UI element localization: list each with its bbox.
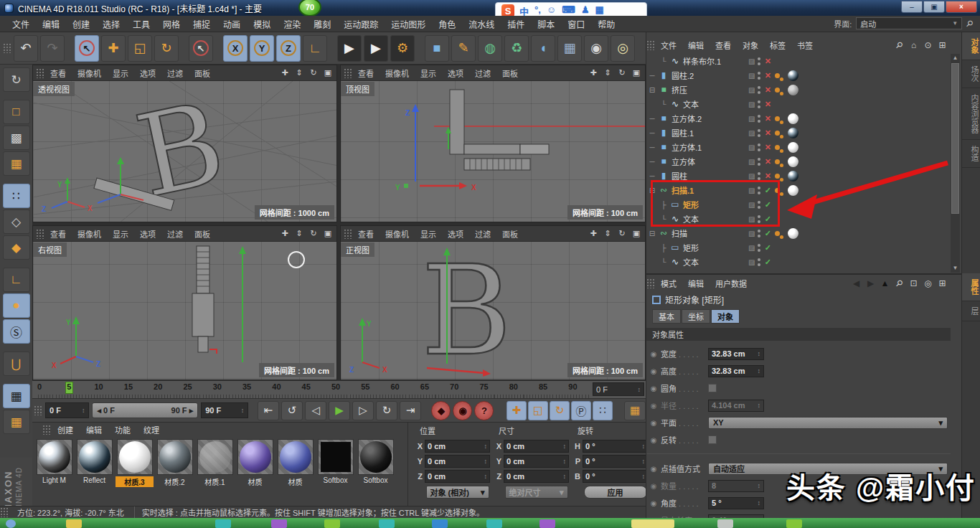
visibility-dots-icon[interactable] [758, 258, 760, 261]
texture-tag-icon[interactable] [775, 159, 780, 164]
transport-grip[interactable] [34, 405, 42, 415]
attr-menu-2[interactable]: 用户数据 [710, 278, 753, 289]
material-Softbox[interactable]: Softbox [316, 439, 354, 487]
taskbar-item-5[interactable] [379, 519, 395, 528]
axis-mode-button[interactable]: ∟ [3, 268, 30, 292]
attr-menu-1[interactable]: 编辑 [682, 278, 710, 289]
timeline-ruler[interactable]: 051015202530354045505560657075808590 0 F… [32, 380, 646, 398]
layer-icon[interactable]: ▨ [748, 215, 755, 223]
visibility-dots-icon[interactable] [758, 100, 760, 103]
main-menu-10[interactable]: 雕刻 [307, 18, 337, 30]
make-editable-button[interactable]: ↻ [3, 67, 30, 92]
new-panel-icon[interactable]: ⊞ [936, 278, 948, 290]
key-rotation-toggle[interactable]: ↻ [550, 401, 570, 420]
object-row-挤压[interactable]: ⊟■挤压▨✕ [646, 82, 951, 97]
layer-icon[interactable]: ▨ [748, 230, 755, 237]
scroll-down-icon[interactable]: ▼ [951, 264, 960, 273]
main-menu-11[interactable]: 运动跟踪 [337, 18, 385, 30]
material-menu-1[interactable]: 编辑 [80, 424, 108, 435]
vp3-menu-2[interactable]: 显示 [107, 228, 134, 240]
stepper-icon[interactable]: ↕ [563, 443, 567, 450]
visibility-dots-icon[interactable] [758, 187, 760, 189]
restore-button[interactable]: ▣ [923, 1, 945, 13]
add-primitive-button[interactable]: ■ [425, 35, 449, 62]
animation-dot-icon[interactable]: ◉ [646, 482, 661, 490]
panel-tab-内容浏览器[interactable]: 内容浏览器 [962, 88, 980, 140]
object-row-矩形[interactable]: ├▭矩形▨✓ [646, 197, 951, 212]
play-button[interactable]: ▶ [329, 401, 350, 420]
attr-checkbox-反转[interactable] [708, 435, 717, 444]
material-name[interactable]: 材质.3 [116, 476, 154, 487]
key-parameter-toggle[interactable]: Ⓟ [571, 401, 591, 420]
enabled-check-icon[interactable]: ✓ [763, 186, 772, 195]
record-keyframe-button[interactable]: ◆ [431, 401, 451, 420]
texture-tag-icon[interactable] [775, 174, 780, 179]
material-menu-3[interactable]: 纹理 [137, 424, 166, 435]
om-menu-2[interactable]: 查看 [710, 39, 737, 51]
start-frame-field[interactable]: 0 F ↕ [45, 402, 89, 418]
material-name[interactable]: 材质.1 [196, 476, 234, 487]
add-spline-button[interactable]: ✎ [451, 35, 476, 62]
maximize-view-icon[interactable]: ▣ [321, 67, 334, 80]
om-menu-1[interactable]: 编辑 [682, 39, 710, 51]
goto-end-button[interactable]: ⇥ [400, 401, 421, 420]
material-tag-icon[interactable] [788, 156, 798, 167]
animation-dot-icon[interactable]: ◉ [646, 367, 661, 375]
layer-icon[interactable]: ▨ [748, 187, 755, 194]
forward-icon[interactable]: ▶ [864, 278, 877, 290]
material-thumbnail[interactable] [278, 439, 314, 475]
taskbar-item-0[interactable] [6, 519, 16, 528]
back-icon[interactable]: ◀ [850, 278, 862, 290]
layer-icon[interactable]: ▨ [748, 115, 755, 123]
animation-dot-icon[interactable]: ◉ [646, 465, 661, 473]
viewport-front[interactable]: B Y X Z 查看摄像机显示选项过滤面板 ✚⇕↻▣ 正视图 网格间距 : 10… [340, 225, 646, 380]
viewport-top-canvas[interactable]: Z Y X [341, 81, 646, 222]
animation-dot-icon[interactable]: ◉ [646, 419, 661, 427]
stepper-icon[interactable]: ↕ [241, 407, 245, 414]
vp4-menu-3[interactable]: 选项 [442, 228, 469, 240]
object-row-立方体[interactable]: ─■立方体▨✕ [646, 154, 951, 169]
maximize-view-icon[interactable]: ▣ [321, 227, 334, 240]
layer-icon[interactable]: ▨ [748, 86, 755, 94]
visibility-dots-icon[interactable] [758, 115, 760, 118]
stepper-icon[interactable]: ↕ [758, 367, 761, 374]
apply-button[interactable]: 应用 [584, 486, 647, 499]
object-name[interactable]: 样条布尔.1 [681, 55, 721, 67]
vp4-menu-1[interactable]: 摄像机 [380, 228, 415, 240]
scale-tool[interactable]: ◱ [128, 35, 152, 62]
texture-tag-icon[interactable] [775, 145, 780, 150]
vp2-menu-2[interactable]: 显示 [415, 67, 442, 79]
taskbar-item-6[interactable] [432, 519, 448, 528]
material-name[interactable]: Light M [35, 476, 73, 484]
object-row-立方体.1[interactable]: ─■立方体.1▨✕ [646, 140, 951, 154]
scroll-up-icon[interactable]: ▲ [951, 54, 960, 62]
viewport-perspective-canvas[interactable]: B Y X Z [33, 81, 337, 222]
enabled-check-icon[interactable]: ✓ [763, 200, 772, 209]
vp3-menu-4[interactable]: 过滤 [161, 228, 189, 240]
render-view-button[interactable]: ▶ [337, 35, 362, 62]
up-icon[interactable]: ▲ [879, 278, 891, 290]
visibility-dots-icon[interactable] [758, 86, 760, 89]
stepper-icon[interactable]: ↕ [758, 499, 761, 506]
coordinate-system-toggle[interactable]: ∟ [303, 35, 327, 62]
layer-icon[interactable]: ▨ [748, 129, 755, 137]
stepper-icon[interactable]: ↕ [638, 386, 641, 393]
layer-icon[interactable]: ▨ [748, 201, 755, 209]
vp3-menu-1[interactable]: 摄像机 [72, 228, 107, 240]
texture-tag-icon[interactable] [775, 88, 780, 93]
main-menu-14[interactable]: 流水线 [462, 18, 501, 30]
animation-dot-icon[interactable]: ◉ [646, 499, 661, 507]
material-Reflect[interactable]: Reflect [75, 439, 113, 487]
object-row-立方体.2[interactable]: ─■立方体.2▨✕ [646, 111, 951, 126]
vp3-menu-5[interactable]: 面板 [189, 228, 216, 240]
focus-icon[interactable]: ◎ [922, 278, 934, 290]
material-grip[interactable] [42, 425, 51, 435]
viewport-perspective[interactable]: B Y X Z 查看摄像机显示选项过滤面板 ✚⇕↻▣ 透视视图 网格间距 : 1… [32, 65, 337, 222]
material-thumbnail[interactable] [37, 439, 72, 475]
enabled-check-icon[interactable]: ✓ [763, 243, 772, 253]
object-name[interactable]: 扫描 [669, 227, 687, 239]
rotate-view-icon[interactable]: ↻ [616, 67, 628, 80]
om-menu-4[interactable]: 标签 [764, 39, 791, 51]
material-menu-0[interactable]: 创建 [51, 424, 80, 435]
layer-icon[interactable]: ▨ [748, 143, 755, 151]
